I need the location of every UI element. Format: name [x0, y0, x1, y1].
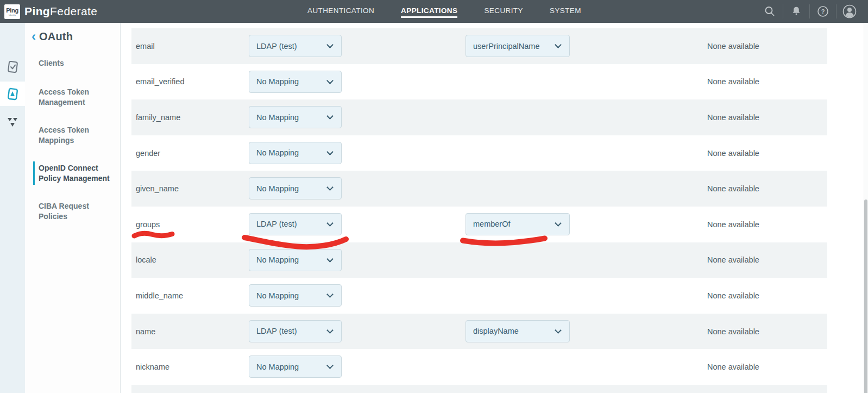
header-icon-group: ?: [757, 0, 863, 23]
attribute-row: email LDAP (test) userPrincipalName None…: [131, 28, 827, 64]
chevron-down-icon: [326, 327, 334, 334]
chevron-down-icon: [326, 255, 334, 263]
attribute-name: family_name: [136, 99, 180, 135]
source-dropdown[interactable]: No Mapping: [249, 177, 342, 199]
source-dropdown-value: No Mapping: [256, 113, 299, 122]
status-text: None available: [707, 314, 759, 350]
search-icon[interactable]: [757, 0, 783, 23]
chevron-down-icon: [326, 184, 334, 191]
attribute-name: nickname: [136, 349, 169, 385]
top-header-bar: Ping Identity PingFederate AUTHENTICATIO…: [0, 0, 868, 23]
status-text: None available: [707, 64, 759, 100]
chevron-down-icon: [326, 113, 334, 120]
access-token-icon[interactable]: [0, 82, 25, 106]
source-dropdown-value: No Mapping: [256, 184, 299, 193]
chevron-down-icon: [555, 327, 562, 334]
status-text: None available: [707, 278, 759, 314]
attribute-row: email_verified No Mapping None available: [131, 64, 827, 100]
attribute-dropdown-value: userPrincipalName: [473, 42, 540, 51]
clients-icon[interactable]: [0, 54, 25, 79]
notifications-icon[interactable]: [783, 0, 809, 23]
attribute-name: given_name: [136, 171, 179, 207]
icon-rail: [0, 23, 25, 393]
attribute-row: middle_name No Mapping None available: [131, 278, 827, 314]
sidebar-heading: ‹ OAuth: [32, 30, 73, 43]
source-dropdown[interactable]: LDAP (test): [249, 320, 342, 342]
attribute-row: groups LDAP (test) memberOf None availab…: [131, 207, 827, 242]
attribute-dropdown-value: displayName: [473, 327, 519, 335]
source-dropdown-value: LDAP (test): [256, 220, 297, 228]
attribute-row: locale No Mapping None available: [131, 242, 827, 278]
primary-nav: AUTHENTICATIONAPPLICATIONSSECURITYSYSTEM: [307, 0, 581, 23]
attribute-dropdown[interactable]: displayName: [466, 320, 570, 342]
nav-item-security[interactable]: SECURITY: [484, 0, 523, 18]
token-mappings-icon[interactable]: [0, 110, 25, 134]
back-chevron-icon[interactable]: ‹: [32, 30, 36, 43]
chevron-down-icon: [555, 220, 562, 227]
sidebar-item-openid-connect-policy-management[interactable]: OpenID Connect Policy Management: [39, 163, 116, 183]
source-dropdown[interactable]: LDAP (test): [249, 35, 342, 57]
source-dropdown-value: LDAP (test): [256, 327, 297, 335]
source-dropdown-value: No Mapping: [256, 363, 299, 371]
status-text: None available: [707, 242, 759, 278]
source-dropdown-value: No Mapping: [256, 77, 299, 86]
svg-text:?: ?: [821, 8, 825, 15]
app-title-light: Federate: [50, 5, 97, 18]
attribute-row: family_name No Mapping None available: [131, 99, 827, 135]
attribute-dropdown-value: memberOf: [473, 220, 511, 228]
attribute-name: locale: [136, 242, 156, 278]
logo-text: Ping: [6, 8, 18, 14]
chevron-down-icon: [326, 220, 334, 227]
chevron-down-icon: [326, 41, 334, 48]
attribute-row: nickname No Mapping None available: [131, 349, 827, 385]
logo-subtext: Identity: [9, 14, 16, 16]
pingfederate-app: Ping Identity PingFederate AUTHENTICATIO…: [0, 0, 868, 393]
sidebar-title: OAuth: [39, 30, 73, 43]
sidebar-item-access-token-management[interactable]: Access Token Management: [39, 87, 116, 107]
status-text: None available: [707, 349, 759, 385]
nav-item-authentication[interactable]: AUTHENTICATION: [307, 0, 374, 18]
sidebar-item-access-token-mappings[interactable]: Access Token Mappings: [39, 125, 116, 145]
attribute-dropdown[interactable]: userPrincipalName: [466, 35, 570, 57]
oauth-sidebar: ‹ OAuth ClientsAccess Token ManagementAc…: [25, 23, 121, 393]
attribute-row: given_name No Mapping None available: [131, 171, 827, 207]
attribute-dropdown[interactable]: memberOf: [466, 213, 570, 235]
source-dropdown[interactable]: No Mapping: [249, 71, 342, 93]
chevron-down-icon: [555, 41, 562, 48]
source-dropdown[interactable]: No Mapping: [249, 142, 342, 164]
source-dropdown[interactable]: LDAP (test): [249, 213, 342, 235]
vertical-scrollbar-thumb[interactable]: [864, 199, 867, 393]
attribute-row: gender No Mapping None available: [131, 135, 827, 171]
attribute-name: email_verified: [136, 64, 184, 100]
attribute-name: name: [136, 314, 155, 350]
sidebar-item-clients[interactable]: Clients: [39, 58, 116, 68]
vertical-scrollbar-track[interactable]: [864, 23, 868, 393]
source-dropdown[interactable]: No Mapping: [249, 355, 342, 378]
status-text: None available: [707, 207, 759, 242]
source-dropdown-value: No Mapping: [256, 255, 299, 264]
source-dropdown-value: No Mapping: [256, 148, 299, 157]
attribute-name: gender: [136, 135, 160, 171]
ping-identity-logo[interactable]: Ping Identity: [4, 4, 20, 19]
attribute-name: middle_name: [136, 278, 183, 314]
status-text: None available: [707, 171, 759, 207]
source-dropdown-value: No Mapping: [256, 291, 299, 300]
source-dropdown-value: LDAP (test): [256, 42, 297, 51]
chevron-down-icon: [326, 362, 334, 369]
nav-item-applications[interactable]: APPLICATIONS: [401, 0, 457, 18]
chevron-down-icon: [326, 148, 334, 155]
attribute-name: email: [136, 28, 155, 64]
source-dropdown[interactable]: No Mapping: [249, 106, 342, 128]
attribute-name: groups: [136, 207, 160, 242]
chevron-down-icon: [326, 291, 334, 298]
source-dropdown[interactable]: No Mapping: [249, 249, 342, 271]
status-text: None available: [707, 99, 759, 135]
attribute-row: name LDAP (test) displayName None availa…: [131, 314, 827, 350]
help-icon[interactable]: ?: [810, 0, 836, 23]
sidebar-item-ciba-request-policies[interactable]: CIBA Request Policies: [39, 201, 116, 221]
status-text: None available: [707, 135, 759, 171]
user-avatar-icon[interactable]: [836, 0, 863, 23]
source-dropdown[interactable]: No Mapping: [249, 284, 342, 307]
nav-item-system[interactable]: SYSTEM: [550, 0, 581, 18]
app-title-bold: Ping: [24, 5, 50, 18]
